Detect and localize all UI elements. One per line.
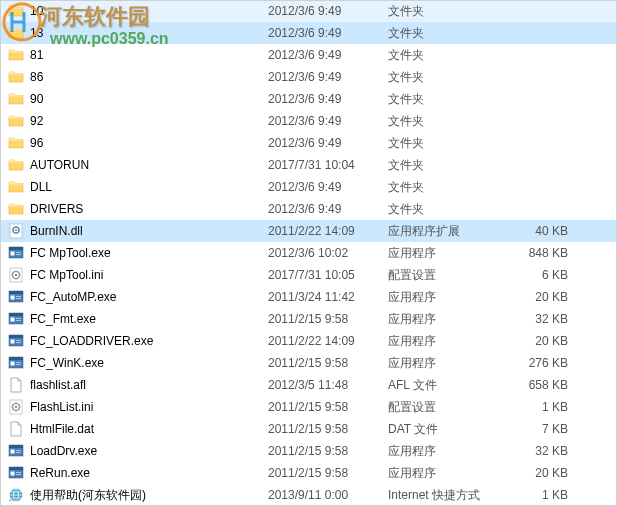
col-type: 文件夹 [388,25,508,42]
col-name: FC_WinK.exe [8,355,268,371]
file-row[interactable]: LoadDrv.exe2011/2/15 9:58应用程序32 KB [0,440,617,462]
col-size: 1 KB [508,400,578,414]
file-row[interactable]: FC_Fmt.exe2011/2/15 9:58应用程序32 KB [0,308,617,330]
folder-icon [8,25,24,41]
col-date: 2011/2/22 14:09 [268,334,388,348]
file-row[interactable]: 902012/3/6 9:49文件夹 [0,88,617,110]
file-row[interactable]: FC MpTool.exe2012/3/6 10:02应用程序848 KB [0,242,617,264]
col-size: 20 KB [508,334,578,348]
col-type: 应用程序 [388,333,508,350]
file-row[interactable]: 102012/3/6 9:49文件夹 [0,0,617,22]
col-name: 13 [8,25,268,41]
svg-rect-25 [16,340,21,341]
col-date: 2017/7/31 10:05 [268,268,388,282]
file-row[interactable]: DRIVERS2012/3/6 9:49文件夹 [0,198,617,220]
file-row[interactable]: HtmlFile.dat2011/2/15 9:58DAT 文件7 KB [0,418,617,440]
file-row[interactable]: 132012/3/6 9:49文件夹 [0,22,617,44]
col-name: LoadDrv.exe [8,443,268,459]
col-date: 2012/3/6 9:49 [268,70,388,84]
col-type: 文件夹 [388,69,508,86]
file-name: FC_WinK.exe [30,356,104,370]
svg-rect-18 [9,313,23,316]
col-name: DLL [8,179,268,195]
folder-icon [8,157,24,173]
col-type: 文件夹 [388,157,508,174]
file-row[interactable]: 922012/3/6 9:49文件夹 [0,110,617,132]
file-row[interactable]: 使用帮助(河东软件园)2013/9/11 0:00Internet 快捷方式1 … [0,484,617,506]
svg-rect-26 [16,342,21,343]
col-date: 2011/2/15 9:58 [268,400,388,414]
folder-icon [8,47,24,63]
file-row[interactable]: 962012/3/6 9:49文件夹 [0,132,617,154]
file-row[interactable]: FlashList.ini2011/2/15 9:58配置设置1 KB [0,396,617,418]
exe-icon [8,465,24,481]
svg-rect-23 [9,335,23,338]
svg-point-34 [15,406,17,408]
col-size: 32 KB [508,312,578,326]
col-type: 文件夹 [388,135,508,152]
col-date: 2011/2/15 9:58 [268,356,388,370]
folder-icon [8,201,24,217]
file-row[interactable]: FC_WinK.exe2011/2/15 9:58应用程序276 KB [0,352,617,374]
file-row[interactable]: DLL2012/3/6 9:49文件夹 [0,176,617,198]
col-name: 86 [8,69,268,85]
col-date: 2012/3/6 9:49 [268,202,388,216]
col-type: 文件夹 [388,47,508,64]
file-name: FC_AutoMP.exe [30,290,117,304]
col-size: 20 KB [508,466,578,480]
file-name: DRIVERS [30,202,83,216]
col-type: 应用程序 [388,443,508,460]
col-size: 1 KB [508,488,578,502]
file-name: 92 [30,114,43,128]
col-name: 10 [8,3,268,19]
col-type: 文件夹 [388,91,508,108]
file-row[interactable]: 862012/3/6 9:49文件夹 [0,66,617,88]
col-name: FlashList.ini [8,399,268,415]
file-row[interactable]: ReRun.exe2011/2/15 9:58应用程序20 KB [0,462,617,484]
svg-rect-30 [16,362,21,363]
file-row[interactable]: FC MpTool.ini2017/7/31 10:05配置设置6 KB [0,264,617,286]
col-size: 32 KB [508,444,578,458]
col-name: HtmlFile.dat [8,421,268,437]
col-size: 6 KB [508,268,578,282]
col-name: BurnIN.dll [8,223,268,239]
file-name: 13 [30,26,43,40]
svg-rect-5 [9,247,23,250]
col-type: 配置设置 [388,267,508,284]
afl-icon [8,377,24,393]
col-date: 2012/3/6 9:49 [268,48,388,62]
col-date: 2013/9/11 0:00 [268,488,388,502]
exe-icon [8,333,24,349]
file-name: 使用帮助(河东软件园) [30,487,146,504]
col-type: Internet 快捷方式 [388,487,508,504]
col-name: FC_Fmt.exe [8,311,268,327]
file-row[interactable]: flashlist.afl2012/3/5 11:48AFL 文件658 KB [0,374,617,396]
col-type: 文件夹 [388,113,508,130]
file-row[interactable]: FC_AutoMP.exe2011/3/24 11:42应用程序20 KB [0,286,617,308]
col-date: 2017/7/31 10:04 [268,158,388,172]
col-name: AUTORUN [8,157,268,173]
file-name: flashlist.afl [30,378,86,392]
col-date: 2012/3/6 9:49 [268,26,388,40]
col-date: 2011/2/15 9:58 [268,444,388,458]
col-name: flashlist.afl [8,377,268,393]
folder-icon [8,91,24,107]
file-row[interactable]: FC_LOADDRIVER.exe2011/2/22 14:09应用程序20 K… [0,330,617,352]
file-list: 102012/3/6 9:49文件夹132012/3/6 9:49文件夹8120… [0,0,617,506]
file-row[interactable]: BurnIN.dll2011/2/22 14:09应用程序扩展40 KB [0,220,617,242]
svg-point-11 [15,274,17,276]
svg-point-3 [15,229,17,231]
col-name: 96 [8,135,268,151]
file-name: FC MpTool.exe [30,246,111,260]
col-size: 7 KB [508,422,578,436]
file-name: HtmlFile.dat [30,422,94,436]
svg-rect-39 [16,452,21,453]
svg-rect-31 [16,364,21,365]
file-row[interactable]: 812012/3/6 9:49文件夹 [0,44,617,66]
col-size: 658 KB [508,378,578,392]
col-type: 文件夹 [388,201,508,218]
col-name: FC_AutoMP.exe [8,289,268,305]
file-row[interactable]: AUTORUN2017/7/31 10:04文件夹 [0,154,617,176]
file-name: AUTORUN [30,158,89,172]
svg-rect-36 [9,445,23,448]
